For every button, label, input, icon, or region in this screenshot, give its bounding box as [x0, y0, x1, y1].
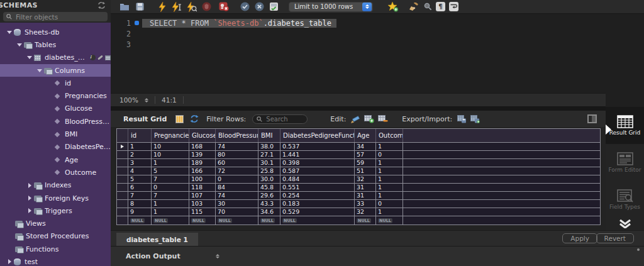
grid-cell[interactable]: 27.1: [258, 151, 280, 158]
grid-cell[interactable]: 30.0: [258, 175, 280, 183]
grid-cell[interactable]: 25.8: [258, 167, 280, 175]
grid-cell[interactable]: 84: [216, 184, 258, 191]
tree-item-glucose[interactable]: Glucose: [0, 103, 111, 115]
grid-column-header-glucose[interactable]: Glucose: [189, 129, 216, 142]
grid-cell[interactable]: 51: [355, 167, 376, 175]
grid-cell[interactable]: 1: [376, 208, 403, 216]
grid-cell[interactable]: 1: [376, 175, 403, 183]
tree-item-foreign-keys[interactable]: Foreign Keys: [0, 192, 111, 204]
add-row-icon[interactable]: [364, 114, 374, 125]
wrap-cell-content-icon[interactable]: [587, 114, 597, 123]
grid-cell[interactable]: 0.484: [280, 175, 355, 183]
tree-item-columns[interactable]: Columns: [0, 64, 111, 77]
tree-item-sheets-db[interactable]: Sheets-db: [0, 26, 111, 38]
rollback-icon[interactable]: [255, 1, 264, 12]
grid-cell[interactable]: 30: [216, 200, 258, 208]
sql-editor[interactable]: 1SELECT * FROM `Sheets-db`.diabetes_tabl…: [111, 14, 644, 93]
result-tab[interactable]: diabetes_table 1: [116, 233, 198, 246]
grid-cell[interactable]: 74: [216, 192, 258, 199]
grid-cell[interactable]: 103: [189, 200, 216, 208]
grid-cell[interactable]: 31: [355, 192, 376, 199]
grid-column-header-id[interactable]: id: [128, 129, 152, 142]
editor-line-1[interactable]: 1SELECT * FROM `Sheets-db`.diabetes_tabl…: [111, 18, 644, 28]
grid-cell[interactable]: 1: [376, 143, 403, 150]
chevron-down-icon[interactable]: [35, 69, 44, 72]
grid-cell[interactable]: 59: [355, 159, 376, 167]
invisible-chars-icon[interactable]: ¶: [436, 2, 445, 11]
grid-null-cell[interactable]: NULL: [258, 216, 280, 224]
tree-item-id[interactable]: id: [0, 77, 111, 89]
tree-item-diabetespedig[interactable]: DiabetesPedig...: [0, 141, 111, 153]
chevron-down-icon[interactable]: [25, 56, 34, 59]
chevron-down-icon[interactable]: [15, 43, 24, 47]
grid-cell[interactable]: 1: [376, 159, 403, 167]
grid-cell[interactable]: 10: [152, 143, 189, 150]
grid-cell[interactable]: 60: [216, 159, 258, 167]
beautify-icon[interactable]: [409, 1, 419, 12]
wrench-icon[interactable]: [97, 55, 103, 60]
grid-cell[interactable]: 0: [216, 175, 258, 183]
grid-cell[interactable]: 33: [355, 200, 376, 208]
edit-pencil-icon[interactable]: [351, 114, 360, 125]
tab-field-types[interactable]: Field Types: [606, 181, 644, 218]
grid-cell[interactable]: 4: [128, 167, 152, 175]
grid-cell[interactable]: 118: [189, 184, 216, 191]
grid-cell[interactable]: 6: [128, 184, 152, 191]
tree-item-tables[interactable]: Tables: [0, 38, 111, 51]
grid-cell[interactable]: 8: [128, 200, 152, 208]
grid-cell[interactable]: 43.3: [258, 200, 280, 208]
resize-handle[interactable]: [637, 248, 640, 251]
grid-cell[interactable]: 9: [128, 208, 152, 216]
find-icon[interactable]: [424, 1, 432, 12]
tree-item-age[interactable]: Age: [0, 153, 111, 166]
grid-cell[interactable]: 0.537: [280, 143, 355, 150]
action-output-selector-icon[interactable]: [216, 254, 219, 258]
table-row[interactable]: 57100030.00.484321: [117, 175, 600, 184]
grid-cell[interactable]: 189: [189, 159, 216, 167]
export-icon[interactable]: [457, 114, 467, 125]
grid-column-header-age[interactable]: Age: [355, 129, 376, 142]
grid-cell[interactable]: 0.254: [280, 192, 355, 199]
tab-form-editor[interactable]: Form Editor: [606, 144, 644, 181]
refresh-icon[interactable]: [190, 114, 199, 125]
tree-item-functions[interactable]: Functions: [0, 243, 111, 255]
explain-icon[interactable]: [187, 1, 197, 12]
grid-cell[interactable]: 72: [216, 167, 258, 175]
schema-filter-box[interactable]: [3, 12, 108, 21]
grid-null-cell[interactable]: NULL: [376, 216, 403, 224]
edit-grid-icon[interactable]: [105, 55, 111, 60]
grid-cell[interactable]: 7: [128, 192, 152, 199]
table-row[interactable]: 451667225.80.587511: [117, 167, 600, 175]
tree-item-views[interactable]: Views: [0, 217, 111, 230]
table-row[interactable]: 1101687438.00.537341: [117, 143, 600, 151]
tree-item-test[interactable]: test: [0, 255, 111, 266]
grid-null-cell[interactable]: NULL: [128, 216, 152, 224]
grid-cell[interactable]: 5: [152, 167, 189, 175]
result-grid[interactable]: idPregnanciesGlucoseBloodPressureBMIDiab…: [116, 128, 601, 225]
editor-line-2[interactable]: 2: [111, 28, 644, 39]
grid-column-header-bloodpressure[interactable]: BloodPressure: [216, 129, 258, 142]
schema-filter-input[interactable]: [14, 13, 104, 21]
chevron-right-icon[interactable]: [25, 196, 34, 201]
open-file-icon[interactable]: [119, 1, 130, 12]
grid-null-cell[interactable]: NULL: [280, 216, 355, 224]
save-icon[interactable]: [136, 1, 144, 12]
kill-query-icon[interactable]: [219, 1, 229, 12]
grid-cell[interactable]: 1: [376, 167, 403, 175]
null-insert-row[interactable]: NULLNULLNULLNULLNULLNULLNULLNULL: [117, 216, 600, 224]
grid-cell[interactable]: 139: [189, 151, 216, 158]
wrap-text-icon[interactable]: [449, 2, 458, 11]
tree-item-outcome[interactable]: Outcome: [0, 166, 111, 179]
table-row[interactable]: 911157034.60.529321: [117, 208, 600, 216]
revert-button[interactable]: Revert: [596, 233, 634, 243]
grid-cell[interactable]: 34: [355, 143, 376, 150]
grid-cell[interactable]: 0.551: [280, 184, 355, 191]
grid-cell[interactable]: 1: [152, 200, 189, 208]
sync-schemas-icon[interactable]: [97, 2, 106, 9]
tree-item-triggers[interactable]: Triggers: [0, 204, 111, 217]
grid-null-cell[interactable]: NULL: [189, 216, 216, 224]
filter-rows-search[interactable]: [252, 114, 308, 124]
grid-cell[interactable]: 166: [189, 167, 216, 175]
grid-cell[interactable]: 32: [355, 208, 376, 216]
table-row[interactable]: 771077429.60.254311: [117, 192, 600, 200]
